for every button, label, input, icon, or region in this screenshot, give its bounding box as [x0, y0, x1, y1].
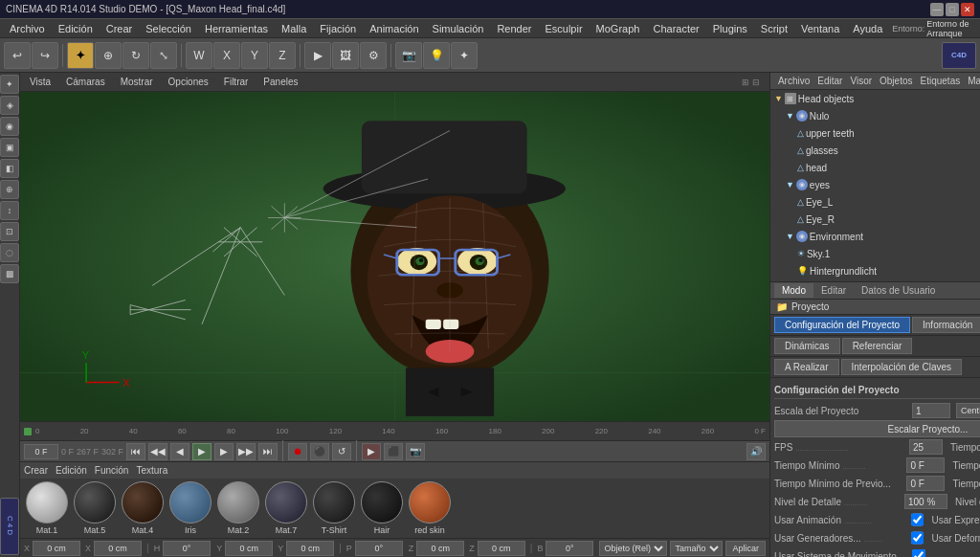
next-frame-btn[interactable]: ▶▶ [236, 443, 256, 460]
vp-menu-paneles[interactable]: Paneles [259, 77, 301, 87]
obj-header-etiquetas[interactable]: Etiquetas [917, 76, 965, 86]
tree-item-upper-teeth[interactable]: △ upper teeth ✓ ✓ [770, 124, 980, 142]
mat-tab-textura[interactable]: Textura [136, 465, 167, 476]
vp-menu-filtrar[interactable]: Filtrar [220, 77, 253, 87]
attr-subtab-interpolacion[interactable]: Interpolación de Claves [841, 359, 963, 375]
tree-item-head-objects[interactable]: ▼ ⊞ Head objects ✓ ✓ [770, 90, 980, 107]
menu-simulacion[interactable]: Simulación [427, 21, 490, 36]
attr-input-tminprev[interactable] [906, 476, 945, 491]
tree-item-environment[interactable]: ▼ ◉ Environment ✓ ✓ [770, 228, 980, 245]
obj-header-editar[interactable]: Editar [813, 76, 846, 86]
sidebar-icon-3[interactable]: ◉ [0, 117, 19, 136]
attr-subtab-arealizar[interactable]: A Realizar [774, 359, 839, 375]
b-input[interactable] [546, 541, 593, 556]
material-mat1[interactable]: Mat.1 [26, 481, 68, 535]
sidebar-icon-4[interactable]: ▣ [0, 138, 19, 157]
render-play-btn[interactable]: ▶ [362, 443, 381, 460]
record-btn[interactable]: ⏺ [288, 443, 307, 460]
attr-subtab-dinamicas[interactable]: Dinámicas [774, 338, 840, 354]
attr-tab-modo[interactable]: Modo [774, 283, 813, 298]
loop-btn[interactable]: ↺ [332, 443, 351, 460]
render-view-btn[interactable]: 🖼 [332, 42, 359, 69]
play-btn[interactable]: ▶ [192, 443, 212, 460]
menu-fijacion[interactable]: Fijación [314, 21, 362, 36]
menu-character[interactable]: Character [647, 21, 704, 36]
fx-btn[interactable]: ✦ [451, 42, 478, 69]
obj-header-objetos[interactable]: Objetos [876, 76, 916, 86]
render-settings-btn[interactable]: ⚙ [360, 42, 387, 69]
sidebar-icon-5[interactable]: ◧ [0, 159, 19, 178]
close-button[interactable]: ✕ [961, 3, 974, 16]
menu-malla[interactable]: Malla [276, 21, 312, 36]
material-mat2[interactable]: Mat.2 [217, 481, 259, 535]
redo-button[interactable]: ↪ [32, 42, 58, 69]
material-mat4[interactable]: Mat.4 [122, 481, 164, 535]
go-start-btn[interactable]: ⏮ [126, 443, 145, 460]
render-capture-btn[interactable]: 📷 [406, 443, 425, 460]
mat-tab-edicion[interactable]: Edición [56, 465, 87, 476]
material-hair[interactable]: Hair [361, 481, 403, 535]
menu-ayuda[interactable]: Ayuda [847, 21, 888, 36]
render-btn[interactable]: ▶ [304, 42, 331, 69]
attr-check-generadores[interactable] [911, 531, 924, 545]
material-redskin[interactable]: red skin [409, 481, 451, 535]
tree-item-eyeleft[interactable]: △ Eye_L ✓ ✓ [770, 193, 980, 211]
sidebar-icon-6[interactable]: ⊕ [0, 180, 19, 199]
menu-archivo[interactable]: Archivo [4, 21, 51, 36]
frame-start-input[interactable] [24, 444, 58, 459]
scale-btn[interactable]: ⤡ [150, 42, 177, 69]
y-input[interactable] [225, 541, 273, 556]
attr-input-escala[interactable] [912, 403, 950, 418]
menu-mograph[interactable]: MoGraph [590, 21, 646, 36]
sidebar-icon-1[interactable]: ✦ [0, 75, 19, 94]
tree-item-glasses[interactable]: △ glasses ✓ ✓ [770, 142, 980, 159]
menu-script[interactable]: Script [755, 21, 793, 36]
x2-input[interactable] [94, 541, 142, 556]
sidebar-icon-7[interactable]: ↕ [0, 201, 19, 220]
tree-item-head[interactable]: △ head ✓ ✓ [770, 159, 980, 176]
tree-item-sky[interactable]: ☀ Sky.1 ✓ ✓ [770, 245, 980, 262]
menu-seleccion[interactable]: Selección [140, 21, 197, 36]
mat-tab-crear[interactable]: Crear [24, 465, 48, 476]
vp-menu-camaras[interactable]: Cámaras [62, 77, 109, 87]
local-coord-btn[interactable]: X [213, 42, 240, 69]
attr-subtab-referenciar[interactable]: Referenciar [842, 338, 913, 354]
tree-item-eyes[interactable]: ▼ ◉ eyes ✓ ✓ [770, 176, 980, 193]
coord-mode-select[interactable]: Objeto (Rel) Mundo [599, 541, 667, 556]
z2-input[interactable] [478, 541, 525, 556]
sidebar-icon-2[interactable]: ◈ [0, 96, 19, 115]
attr-check-animacion[interactable] [911, 513, 924, 526]
vp-menu-mostrar[interactable]: Mostrar [117, 77, 157, 87]
world-coord-btn[interactable]: W [186, 42, 212, 69]
p-input[interactable] [355, 541, 403, 556]
vp-menu-vista[interactable]: Vista [26, 77, 55, 87]
prev-frame-btn[interactable]: ◀◀ [148, 443, 167, 460]
live-select-btn[interactable]: ✦ [67, 42, 94, 69]
attr-tab-datos[interactable]: Datos de Usuario [854, 283, 943, 298]
render-stop-btn[interactable]: ⬛ [384, 443, 403, 460]
z-btn[interactable]: Z [269, 42, 296, 69]
menu-edicion[interactable]: Edición [53, 21, 99, 36]
material-mat5[interactable]: Mat.5 [74, 481, 116, 535]
h-input[interactable] [163, 541, 211, 556]
attr-unit-select[interactable]: Centímetros [956, 403, 980, 418]
material-tshirt[interactable]: T-Shirt [313, 481, 355, 535]
z-input[interactable] [416, 541, 464, 556]
material-mat7[interactable]: Mat.7 [265, 481, 307, 535]
sidebar-icon-8[interactable]: ⊡ [0, 222, 19, 241]
cam-btn[interactable]: 📷 [395, 42, 422, 69]
maximize-button[interactable]: □ [946, 3, 959, 16]
go-end-btn[interactable]: ⏭ [258, 443, 278, 460]
y2-input[interactable] [286, 541, 334, 556]
menu-render[interactable]: Render [491, 21, 537, 36]
move-btn[interactable]: ⊕ [95, 42, 122, 69]
attr-input-tmin[interactable] [906, 457, 945, 473]
coord-size-select[interactable]: Tamaño [670, 541, 723, 556]
sidebar-icon-10[interactable]: ▩ [0, 264, 19, 283]
menu-herramientas[interactable]: Herramientas [199, 21, 274, 36]
tree-item-eyeright[interactable]: △ Eye_R ✓ ✓ [770, 211, 980, 228]
object-tree[interactable]: ▼ ⊞ Head objects ✓ ✓ ▼ ◉ Nulo ✓ ✓ [770, 90, 980, 281]
rotate-btn[interactable]: ↻ [122, 42, 149, 69]
light-btn[interactable]: 💡 [423, 42, 450, 69]
material-iris[interactable]: Iris [169, 481, 212, 535]
